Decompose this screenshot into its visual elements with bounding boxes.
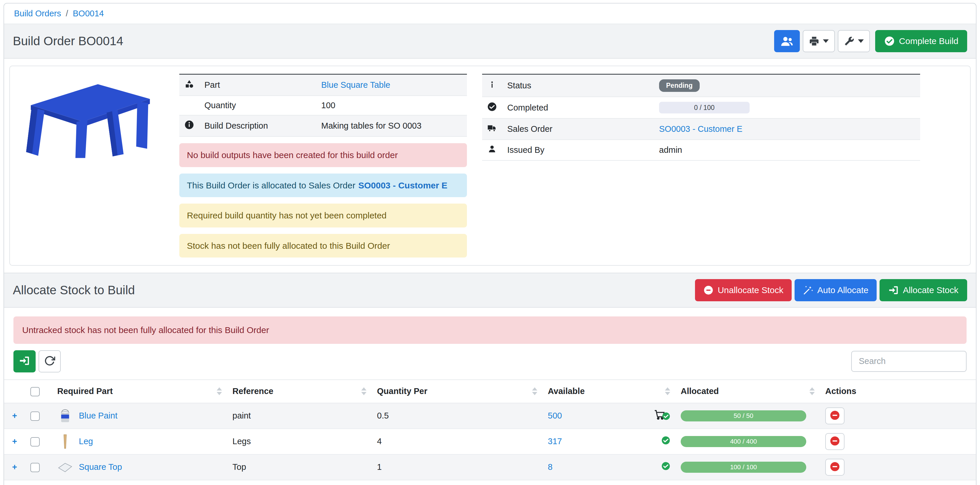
- header-reference[interactable]: Reference: [227, 380, 372, 403]
- available-stock-link[interactable]: 500: [548, 411, 562, 420]
- sales-order-link[interactable]: SO0003 - Customer E: [659, 124, 742, 133]
- expand-header: [4, 380, 25, 403]
- reference-cell: Screws: [227, 480, 372, 485]
- auto-allocate-button[interactable]: Auto Allocate: [795, 279, 877, 301]
- sort-icon: [532, 387, 537, 395]
- expand-cell-empty: [4, 480, 25, 485]
- alert-sales-order-link[interactable]: SO0003 - Customer E: [358, 181, 447, 190]
- available-stock-link[interactable]: 317: [548, 437, 562, 446]
- reference-cell: paint: [227, 403, 372, 429]
- allocated-progress-text: 400 / 400: [730, 438, 757, 445]
- header-actions-label: Actions: [825, 387, 856, 396]
- header-quantity-per[interactable]: Quantity Per: [372, 380, 542, 403]
- quantity-per-cell: 12: [372, 480, 542, 485]
- row-checkbox[interactable]: [30, 437, 40, 447]
- issued-by-row: Issued By admin: [482, 140, 920, 160]
- alert-no-build-outputs: No build outputs have been created for t…: [179, 143, 467, 167]
- check-circle-icon: [482, 97, 502, 119]
- header-reference-label: Reference: [232, 387, 273, 396]
- users-icon: [781, 36, 794, 46]
- sort-icon: [217, 387, 222, 395]
- completed-label: Completed: [502, 97, 654, 119]
- alert-quantity-incomplete: Required build quantity has not yet been…: [179, 204, 467, 227]
- expand-row-button[interactable]: +: [4, 454, 25, 480]
- thumbnail-blue-paint: [57, 408, 73, 424]
- minus-circle-icon: [703, 285, 714, 295]
- select-all-checkbox[interactable]: [30, 387, 40, 396]
- table-row: + Square Top Top 1 8: [4, 454, 976, 480]
- header-available[interactable]: Available: [542, 380, 675, 403]
- build-detail-table: Part Blue Square Table Quantity 100 Buil…: [179, 74, 467, 137]
- search-input[interactable]: [851, 351, 967, 372]
- part-link[interactable]: Blue Paint: [79, 411, 118, 420]
- issued-by-button[interactable]: [774, 30, 800, 52]
- expand-row-button[interactable]: +: [4, 429, 25, 454]
- unallocate-stock-label: Unallocate Stock: [718, 285, 783, 295]
- thumbnail-leg: [57, 434, 73, 449]
- build-status-table: Status Pending Completed 0 / 100 Sales O…: [482, 74, 920, 161]
- minus-circle-icon: [830, 436, 840, 447]
- page-title: Build Order BO0014: [13, 34, 123, 48]
- header-required-part-label: Required Part: [57, 387, 113, 396]
- quantity-per-cell: 4: [372, 429, 542, 454]
- part-link[interactable]: Square Top: [79, 462, 122, 472]
- status-label: Status: [502, 74, 654, 97]
- header-actions: Actions: [820, 380, 976, 403]
- expand-row-button[interactable]: +: [4, 403, 25, 429]
- build-detail-table-col: Part Blue Square Table Quantity 100 Buil…: [179, 74, 467, 258]
- unallocate-stock-button[interactable]: Unallocate Stock: [695, 279, 792, 301]
- refresh-icon: [44, 355, 55, 367]
- unallocate-row-button[interactable]: [825, 459, 845, 475]
- blue-table-image: [18, 74, 161, 161]
- sort-icon: [361, 387, 366, 395]
- row-checkbox[interactable]: [30, 463, 40, 472]
- reference-cell: Top: [227, 454, 372, 480]
- alert-stock-not-allocated: Stock has not been fully allocated to th…: [179, 234, 467, 258]
- print-dropdown-button[interactable]: [803, 30, 835, 52]
- unallocate-row-button[interactable]: [825, 433, 845, 450]
- caret-down-icon: [823, 40, 829, 43]
- header-required-part[interactable]: Required Part: [52, 380, 227, 403]
- toolbar-buttons: [13, 350, 61, 372]
- allocate-selected-button[interactable]: [13, 350, 36, 372]
- check-circle-icon: [662, 462, 670, 472]
- unallocate-row-button[interactable]: [825, 407, 845, 424]
- sort-icon: [810, 387, 815, 395]
- completed-row: Completed 0 / 100: [482, 97, 920, 119]
- issued-by-label: Issued By: [502, 140, 654, 160]
- build-order-header: Build Order BO0014: [4, 24, 976, 59]
- available-stock-link[interactable]: 8: [548, 462, 552, 472]
- table-row: Wood Screw Screws 12 1604 1200 / 1200 Co…: [4, 480, 976, 485]
- header-allocated-label: Allocated: [681, 387, 719, 396]
- description-value: Making tables for SO 0003: [316, 115, 467, 136]
- allocation-table: Required Part Reference Quantity Per Ava…: [4, 379, 976, 485]
- part-link[interactable]: Leg: [79, 437, 93, 446]
- part-label: Part: [199, 74, 316, 96]
- allocate-stock-label: Allocate Stock: [903, 285, 958, 295]
- check-circle-icon: [662, 412, 670, 422]
- allocate-section-title: Allocate Stock to Build: [13, 283, 135, 297]
- quantity-value: 100: [316, 96, 467, 115]
- allocate-stock-button[interactable]: Allocate Stock: [880, 279, 967, 301]
- part-link[interactable]: Blue Square Table: [321, 80, 390, 90]
- available-icons: [662, 462, 670, 472]
- allocated-progress-text: 50 / 50: [733, 412, 753, 420]
- magic-wand-icon: [803, 285, 813, 295]
- complete-build-button[interactable]: Complete Build: [875, 30, 967, 52]
- issued-by-value: admin: [654, 140, 920, 160]
- info-icon: [482, 74, 502, 97]
- breadcrumb-current[interactable]: BO0014: [73, 9, 103, 18]
- refresh-button[interactable]: [38, 350, 61, 372]
- build-details-card: Part Blue Square Table Quantity 100 Buil…: [10, 66, 970, 266]
- status-badge: Pending: [659, 79, 700, 92]
- alert-allocated-text: This Build Order is allocated to Sales O…: [187, 181, 355, 190]
- row-checkbox[interactable]: [30, 412, 40, 421]
- minus-circle-icon: [830, 462, 840, 472]
- status-row: Status Pending: [482, 74, 920, 97]
- header-allocated[interactable]: Allocated: [675, 380, 820, 403]
- breadcrumb-build-orders[interactable]: Build Orders: [14, 9, 61, 18]
- allocate-stock-header: Allocate Stock to Build Unallocate Stock…: [4, 273, 976, 307]
- build-actions-dropdown-button[interactable]: [838, 30, 870, 52]
- header-actions: Complete Build: [774, 30, 967, 52]
- check-circle-icon: [662, 436, 670, 447]
